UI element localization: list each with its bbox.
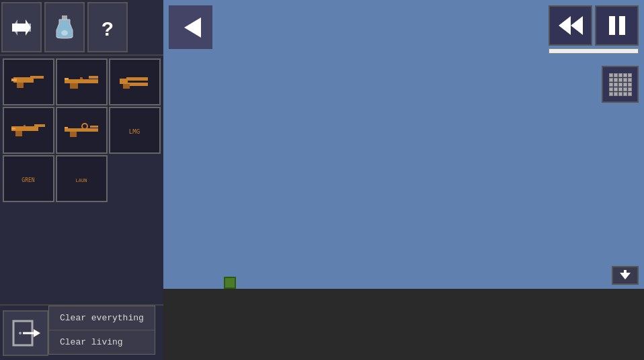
svg-rect-12 [65,78,69,80]
svg-text:LAUN: LAUN [76,178,87,183]
svg-rect-42 [624,270,627,273]
svg-text:LMG: LMG [129,128,140,135]
rifle-icon [63,72,100,92]
item-cell-5[interactable] [56,107,108,154]
svg-point-3 [61,30,68,36]
svg-marker-38 [571,16,583,35]
svg-rect-13 [80,77,83,79]
grid-icon [609,73,632,96]
screen: ? [0,0,644,360]
svg-rect-6 [30,76,44,79]
speed-bar[interactable] [549,48,639,54]
help-icon: ? [98,15,117,40]
svg-marker-37 [559,16,571,35]
svg-rect-27 [65,127,68,128]
potion-icon [55,15,74,40]
rewind-icon [557,13,584,38]
pause-icon [605,13,629,38]
sniper-icon [63,120,100,140]
item-cell-2[interactable] [56,58,108,105]
svg-rect-8 [11,79,17,81]
svg-rect-7 [17,83,24,88]
toolbar: ? [0,0,163,56]
svg-point-35 [19,332,22,334]
download-icon [618,270,632,281]
svg-rect-11 [70,83,78,89]
svg-rect-20 [15,131,22,136]
pause-button[interactable] [595,5,639,46]
item-cell-8[interactable]: LAUN [56,155,108,202]
potion-button[interactable] [44,2,85,52]
pistol-icon [10,72,47,92]
svg-point-26 [82,124,87,129]
ground [163,289,644,360]
exit-icon [11,318,40,348]
svg-rect-25 [70,132,77,137]
sidebar: ? [0,0,163,360]
svg-rect-15 [126,77,148,81]
lmg-icon: LMG [116,120,153,140]
swap-button[interactable] [1,2,42,52]
swap-icon [11,18,32,37]
item-cell-1[interactable] [3,58,54,105]
help-button[interactable]: ? [87,2,128,52]
svg-rect-9 [65,79,98,83]
svg-rect-23 [65,128,98,132]
svg-rect-40 [619,16,625,35]
svg-rect-19 [34,124,45,127]
item-cell-3[interactable] [109,58,161,105]
svg-marker-36 [184,17,201,38]
svg-rect-10 [89,76,98,79]
svg-rect-17 [123,84,130,89]
svg-marker-1 [12,19,31,36]
item-cell-6[interactable]: LMG [109,107,161,154]
launcher-icon: LAUN [63,169,100,189]
svg-marker-34 [34,329,40,337]
svg-text:GREN: GREN [22,177,34,183]
smg-icon [10,120,47,140]
svg-rect-22 [24,125,26,126]
svg-rect-2 [62,15,67,19]
grenade-icon: GREN [10,169,47,189]
items-grid: LMG GREN LAUN [0,56,163,304]
grid-toggle-button[interactable] [602,66,639,103]
bottom-right-icon[interactable] [612,266,639,285]
svg-rect-39 [609,16,615,35]
svg-marker-41 [620,273,631,279]
game-area [163,0,644,360]
shotgun-icon [116,72,153,92]
item-cell-4[interactable] [3,107,54,154]
rewind-button[interactable] [549,5,592,46]
context-menu: Clear everything Clear living [48,306,155,355]
top-buttons [549,5,639,46]
speed-control [549,5,639,54]
item-cell-7[interactable]: GREN [3,155,54,202]
sidebar-bottom: Clear everything Clear living [0,304,163,360]
clear-everything-option[interactable]: Clear everything [49,306,155,330]
back-arrow-icon [177,14,204,41]
clear-living-option[interactable]: Clear living [49,330,155,354]
exit-button[interactable] [3,310,48,356]
svg-rect-24 [90,126,98,128]
game-entity [224,277,236,289]
back-button[interactable] [169,5,212,49]
svg-text:?: ? [102,19,114,40]
svg-rect-21 [11,128,15,130]
